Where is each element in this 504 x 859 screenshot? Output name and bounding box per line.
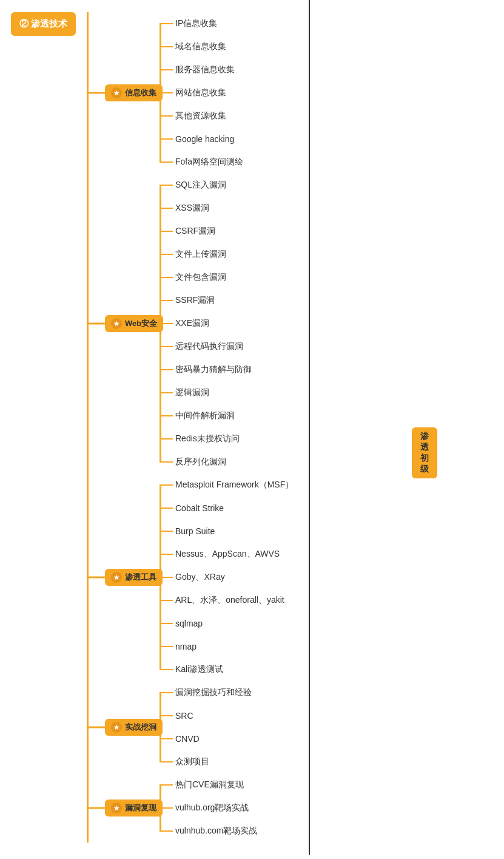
leaf-text: Kali渗透测试 <box>175 664 223 675</box>
leaf-text: Goby、XRay <box>175 572 225 583</box>
list-item: 逻辑漏洞 <box>160 381 504 404</box>
leaf-text: IP信息收集 <box>175 18 217 29</box>
list-item: 漏洞挖掘技巧和经验 <box>160 681 504 704</box>
leaf-text: XSS漏洞 <box>175 203 209 214</box>
leaf-text: 域名信息收集 <box>175 41 226 52</box>
cat-node-vuln-reproduce: ★漏洞复现 <box>105 800 163 817</box>
list-item: sqlmap <box>160 612 504 635</box>
leaf-h-line <box>160 646 173 647</box>
list-item: 反序列化漏洞 <box>160 450 504 474</box>
leaf-text: Nessus、AppScan、AWVS <box>175 549 280 560</box>
cat-node-pentest-tools: ★渗透工具 <box>105 569 163 586</box>
leaf-text: Cobalt Strike <box>175 503 224 513</box>
leaf-h-line <box>160 415 173 416</box>
leaf-h-line <box>160 669 173 670</box>
star-icon: ★ <box>111 87 122 98</box>
list-item: 中间件解析漏洞 <box>160 404 504 427</box>
category-web-security: ★Web安全SQL注入漏洞XSS漏洞CSRF漏洞文件上传漏洞文件包含漏洞SSRF… <box>87 174 504 474</box>
leaf-h-line <box>160 161 173 163</box>
leaf-h-line <box>160 623 173 624</box>
list-item: 热门CVE漏洞复现 <box>160 773 504 796</box>
leaf-text: 文件包含漏洞 <box>175 272 226 283</box>
leaf-h-line <box>160 761 173 762</box>
leaf-text: 热门CVE漏洞复现 <box>175 779 244 790</box>
leaf-text: 文件上传漏洞 <box>175 249 226 260</box>
list-item: 域名信息收集 <box>160 35 504 58</box>
list-item: Nessus、AppScan、AWVS <box>160 543 504 566</box>
leaf-h-line <box>160 69 173 70</box>
star-icon: ★ <box>111 318 122 329</box>
leaf-text: ARL、水泽、oneforall、yakit <box>175 595 284 606</box>
list-item: IP信息收集 <box>160 12 504 35</box>
list-item: SSRF漏洞 <box>160 289 504 312</box>
list-item: Fofa网络空间测绘 <box>160 151 504 174</box>
cat-node-vuln-mining: ★实战挖洞 <box>105 719 163 736</box>
leaf-h-line <box>160 346 173 347</box>
list-item: 其他资源收集 <box>160 104 504 127</box>
leaf-h-line <box>160 46 173 47</box>
star-icon: ★ <box>111 722 122 733</box>
list-item: 众测项目 <box>160 750 504 773</box>
leaf-text: vulhub.org靶场实战 <box>175 803 249 813</box>
leaf-text: sqlmap <box>175 619 203 628</box>
leaf-h-line <box>160 138 173 140</box>
root-node: ② 渗透技术 <box>11 12 76 36</box>
list-item: XXE漏洞 <box>160 312 504 335</box>
list-item: Google hacking <box>160 127 504 151</box>
leaf-text: XXE漏洞 <box>175 318 209 329</box>
leaf-h-line <box>160 692 173 693</box>
leaf-h-line <box>160 438 173 440</box>
leaf-text: 密码暴力猜解与防御 <box>175 364 252 375</box>
leaf-text: 其他资源收集 <box>175 110 226 121</box>
leaf-h-line <box>160 531 173 532</box>
leaf-h-line <box>160 508 173 509</box>
leaf-text: 远程代码执行漏洞 <box>175 341 243 352</box>
list-item: SQL注入漏洞 <box>160 174 504 197</box>
leaf-text: vulnhub.com靶场实战 <box>175 826 257 837</box>
list-item: Metasploit Framework（MSF） <box>160 474 504 497</box>
leaf-text: 中间件解析漏洞 <box>175 410 235 421</box>
list-item: nmap <box>160 635 504 658</box>
leaf-h-line <box>160 484 173 486</box>
leaf-h-line <box>160 554 173 555</box>
category-vuln-reproduce: ★漏洞复现热门CVE漏洞复现vulhub.org靶场实战vulnhub.com靶… <box>87 773 504 843</box>
list-item: SRC <box>160 704 504 727</box>
leaf-text: Fofa网络空间测绘 <box>175 157 243 168</box>
leaf-h-line <box>160 23 173 24</box>
leaf-h-line <box>160 300 173 301</box>
list-item: vulnhub.com靶场实战 <box>160 820 504 843</box>
leaf-text: 众测项目 <box>175 756 209 767</box>
leaf-text: CSRF漏洞 <box>175 226 215 237</box>
cat-label-vuln-reproduce: 漏洞复现 <box>125 803 156 813</box>
leaf-h-line <box>160 830 173 832</box>
leaf-text: 服务器信息收集 <box>175 64 235 75</box>
leaf-h-line <box>160 115 173 117</box>
list-item: Cobalt Strike <box>160 497 504 520</box>
leaf-text: SSRF漏洞 <box>175 295 215 306</box>
leaf-text: SQL注入漏洞 <box>175 180 226 191</box>
list-item: 文件包含漏洞 <box>160 266 504 289</box>
list-item: 密码暴力猜解与防御 <box>160 358 504 381</box>
list-item: CNVD <box>160 727 504 750</box>
leaf-text: 漏洞挖掘技巧和经验 <box>175 687 252 698</box>
leaf-text: Metasploit Framework（MSF） <box>175 480 294 491</box>
list-item: 远程代码执行漏洞 <box>160 335 504 358</box>
cat-node-web-security: ★Web安全 <box>105 315 163 332</box>
star-icon: ★ <box>111 572 122 583</box>
leaf-text: 网站信息收集 <box>175 87 226 98</box>
list-item: Redis未授权访问 <box>160 427 504 450</box>
leaf-text: nmap <box>175 642 197 651</box>
leaf-text: Redis未授权访问 <box>175 433 240 444</box>
list-item: CSRF漏洞 <box>160 220 504 243</box>
list-item: 服务器信息收集 <box>160 58 504 81</box>
leaf-h-line <box>160 185 173 186</box>
leaf-text: 反序列化漏洞 <box>175 457 226 467</box>
leaf-h-line <box>160 254 173 255</box>
leaf-text: Google hacking <box>175 134 234 144</box>
category-pentest-tools: ★渗透工具Metasploit Framework（MSF）Cobalt Str… <box>87 474 504 681</box>
leaf-h-line <box>160 369 173 370</box>
cat-label-info-collection: 信息收集 <box>125 87 156 98</box>
leaf-h-line <box>160 784 173 786</box>
leaf-h-line <box>160 231 173 232</box>
leaf-h-line <box>160 208 173 209</box>
